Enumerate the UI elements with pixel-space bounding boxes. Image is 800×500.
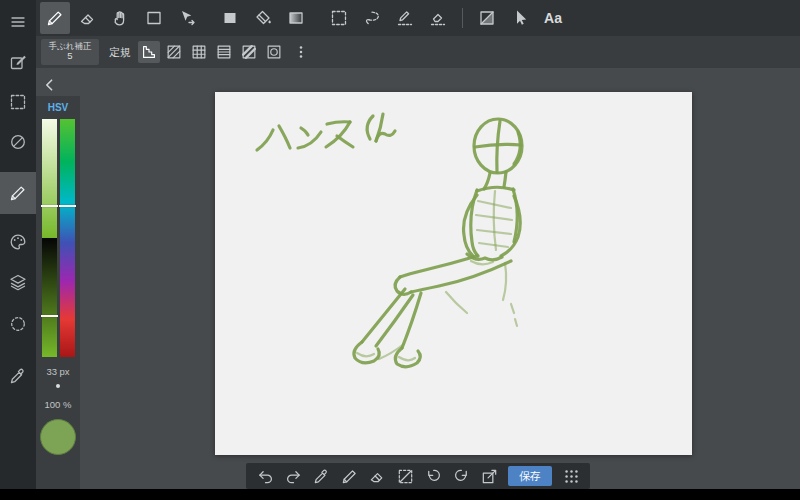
palette-button[interactable] — [0, 222, 36, 262]
eraser-icon — [78, 8, 98, 28]
current-color-swatch[interactable] — [40, 419, 76, 455]
clear-selection-button[interactable] — [391, 463, 419, 489]
brush-sub-toolbar: 手ぶれ補正 5 定規 — [36, 36, 800, 68]
transform-cursor-icon — [177, 8, 197, 28]
tool-text-button[interactable]: Aa — [538, 2, 568, 34]
tone-circle-icon — [265, 43, 283, 61]
brush-preview-dot — [56, 384, 60, 388]
save-button-label: 保存 — [519, 469, 541, 484]
undo-icon — [256, 467, 275, 486]
eyedropper-icon — [8, 366, 28, 386]
save-button[interactable]: 保存 — [508, 466, 552, 486]
pointer-cursor-icon — [510, 8, 530, 28]
redo-icon — [284, 467, 303, 486]
more-options-button[interactable] — [291, 41, 311, 63]
tool-bucket-button[interactable] — [248, 2, 278, 34]
ruler-hatch-bold-diagonal-button[interactable] — [238, 41, 260, 63]
eyedropper-icon — [312, 467, 331, 486]
brush-button[interactable] — [335, 463, 363, 489]
layers-icon — [8, 272, 28, 292]
marquee-icon — [329, 8, 349, 28]
rotate-ccw-icon — [424, 467, 443, 486]
rotate-cw-icon — [452, 467, 471, 486]
tool-shape-button[interactable] — [139, 2, 169, 34]
select-eraser-icon — [428, 8, 448, 28]
selection-options-button[interactable] — [0, 304, 36, 344]
select-tool-button[interactable] — [0, 82, 36, 122]
tool-divide-button[interactable] — [472, 2, 502, 34]
drawing-canvas[interactable] — [215, 92, 692, 455]
tool-select-pen-button[interactable] — [390, 2, 420, 34]
hue-marker — [59, 205, 76, 207]
hatch-horizontal-icon — [215, 43, 233, 61]
annotation-handwriting — [257, 114, 395, 150]
tool-pointer-button[interactable] — [505, 2, 535, 34]
circle-slash-icon — [8, 132, 28, 152]
grid-menu-button[interactable] — [557, 463, 585, 489]
tool-select-eraser-button[interactable] — [423, 2, 453, 34]
palette-icon — [8, 232, 28, 252]
tool-fill-rect-button[interactable] — [215, 2, 245, 34]
split-square-icon — [477, 8, 497, 28]
ruler-snap-button[interactable] — [138, 41, 160, 63]
ruler-hatch-grid-button[interactable] — [188, 41, 210, 63]
export-button[interactable] — [475, 463, 503, 489]
tool-eraser-button[interactable] — [73, 2, 103, 34]
rotate-cw-button[interactable] — [447, 463, 475, 489]
eyedropper-button[interactable] — [307, 463, 335, 489]
left-sidebar — [0, 0, 36, 500]
ruler-label: 定規 — [109, 45, 131, 60]
paint-bucket-icon — [253, 8, 273, 28]
menu-button[interactable] — [0, 2, 36, 42]
figure-body — [464, 172, 521, 264]
rotate-ccw-button[interactable] — [419, 463, 447, 489]
ruler-hatch-horizontal-button[interactable] — [213, 41, 235, 63]
figure-sketch — [215, 92, 692, 455]
select-pen-icon — [395, 8, 415, 28]
undo-button[interactable] — [251, 463, 279, 489]
deselect-button[interactable] — [0, 122, 36, 162]
redo-button[interactable] — [279, 463, 307, 489]
layers-button[interactable] — [0, 262, 36, 302]
tool-transform-button[interactable] — [172, 2, 202, 34]
tool-brush-button[interactable] — [40, 2, 70, 34]
hatch-bold-diagonal-icon — [240, 43, 258, 61]
figure-legs — [354, 256, 511, 367]
tool-select-rect-button[interactable] — [324, 2, 354, 34]
brush-icon — [340, 467, 359, 486]
text-tool-label: Aa — [544, 10, 562, 26]
ruler-hatch-diagonal-button[interactable] — [163, 41, 185, 63]
figure-head — [474, 119, 522, 173]
android-nav-bar — [0, 489, 800, 500]
top-toolbar: Aa — [36, 0, 800, 36]
tool-hand-button[interactable] — [106, 2, 136, 34]
brush-icon — [8, 183, 28, 203]
hatch-grid-icon — [190, 43, 208, 61]
filled-rectangle-icon — [220, 8, 240, 28]
value-gradient — [42, 238, 57, 357]
ruler-tone-circle-button[interactable] — [263, 41, 285, 63]
kebab-menu-icon — [292, 43, 310, 61]
color-mode-label: HSV — [48, 102, 69, 113]
compose-icon — [8, 52, 28, 72]
edit-canvas-button[interactable] — [0, 42, 36, 82]
sidebar-eyedropper-button[interactable] — [0, 356, 36, 396]
saturation-value-bar[interactable] — [42, 119, 57, 357]
hue-bar[interactable] — [60, 119, 75, 357]
hatch-diagonal-icon — [165, 43, 183, 61]
brush-icon — [45, 8, 65, 28]
stabilizer-button[interactable]: 手ぶれ補正 5 — [41, 39, 99, 65]
tool-gradient-button[interactable] — [281, 2, 311, 34]
hand-icon — [111, 8, 131, 28]
eraser-icon — [368, 467, 387, 486]
tool-lasso-button[interactable] — [357, 2, 387, 34]
bottom-toolbar: 保存 — [246, 463, 590, 489]
grid-dots-icon — [562, 467, 581, 486]
marquee-icon — [8, 92, 28, 112]
value-marker — [41, 315, 58, 317]
eraser-button[interactable] — [363, 463, 391, 489]
collapse-panel-button[interactable] — [40, 76, 60, 94]
share-export-icon — [480, 467, 499, 486]
sidebar-brush-button[interactable] — [0, 172, 36, 214]
opacity-label: 100 % — [45, 399, 72, 410]
